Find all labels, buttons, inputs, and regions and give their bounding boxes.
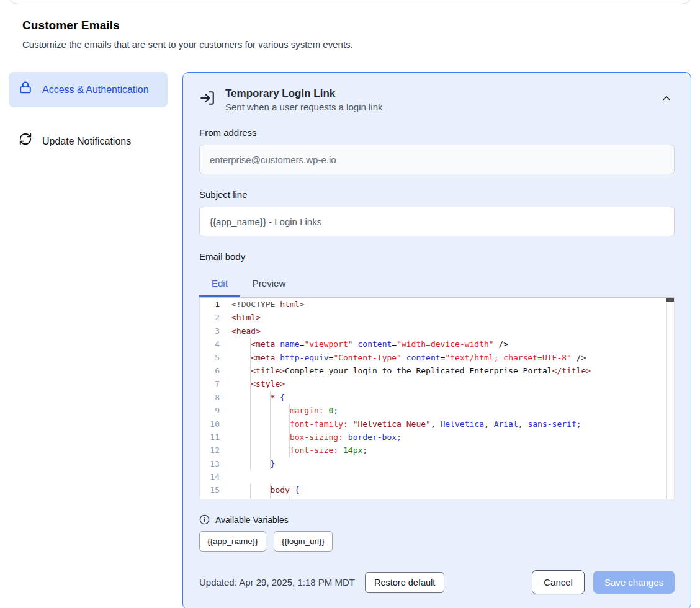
available-variables-header: Available Variables	[199, 514, 675, 525]
collapse-button[interactable]	[658, 90, 675, 108]
card-title: Temporary Login Link	[225, 87, 648, 100]
email-body-tabs: Edit Preview	[199, 272, 675, 297]
sidebar: Access & Authentication Update Notificat…	[9, 72, 168, 159]
card-footer: Updated: Apr 29, 2025, 1:18 PM MDT Resto…	[199, 570, 675, 594]
login-icon	[199, 90, 215, 109]
tab-preview[interactable]: Preview	[240, 272, 298, 297]
variable-chip-login-url[interactable]: {{login_url}}	[274, 531, 333, 552]
info-icon	[199, 514, 210, 525]
restore-default-button[interactable]: Restore default	[365, 572, 444, 593]
code-line: 7<style>	[200, 377, 674, 390]
variable-chips: {{app_name}} {{login_url}}	[199, 531, 675, 552]
refresh-icon	[19, 132, 32, 150]
code-line: 15body {	[200, 483, 674, 496]
code-line: 5<meta http-equiv="Content-Type" content…	[200, 351, 674, 364]
page-title: Customer Emails	[22, 19, 678, 32]
sidebar-item-label: Update Notifications	[42, 134, 131, 149]
subject-line-label: Subject line	[199, 189, 675, 200]
customer-emails-page: Customer Emails Customize the emails tha…	[0, 0, 700, 608]
sidebar-item-update-notifications[interactable]: Update Notifications	[9, 123, 168, 159]
code-line: 14	[200, 470, 674, 483]
code-line: 6<title>Complete your login to the Repli…	[200, 364, 674, 377]
code-line: 2<html>	[200, 311, 674, 324]
tab-edit[interactable]: Edit	[199, 272, 240, 297]
updated-timestamp: Updated: Apr 29, 2025, 1:18 PM MDT	[199, 577, 355, 588]
previous-card-edge	[9, 0, 691, 4]
code-line: 16background-color: #f9f9f9;	[200, 497, 674, 499]
code-line: 13}	[200, 457, 674, 470]
variable-chip-app-name[interactable]: {{app_name}}	[199, 531, 266, 552]
cancel-button[interactable]: Cancel	[532, 570, 585, 594]
available-variables-label: Available Variables	[215, 515, 289, 525]
save-changes-button[interactable]: Save changes	[593, 571, 675, 594]
page-header: Customer Emails Customize the emails tha…	[0, 0, 700, 50]
sidebar-item-label: Access & Authentication	[42, 83, 149, 97]
lock-icon	[19, 81, 32, 99]
from-address-label: From address	[199, 127, 675, 138]
code-line: 12font-size: 14px;	[200, 444, 674, 457]
code-line: 11box-sizing: border-box;	[200, 431, 674, 444]
editor-scrollbar-track[interactable]	[666, 298, 674, 499]
page-subtitle: Customize the emails that are sent to yo…	[22, 39, 678, 50]
code-editor[interactable]: 1<!DOCTYPE html>2<html>3<head>4<meta nam…	[199, 297, 675, 499]
code-line: 3<head>	[200, 324, 674, 338]
code-line: 1<!DOCTYPE html>	[200, 298, 674, 311]
code-lines: 1<!DOCTYPE html>2<html>3<head>4<meta nam…	[200, 298, 674, 499]
code-line: 8* {	[200, 391, 674, 404]
code-line: 10font-family: "Helvetica Neue", Helveti…	[200, 418, 674, 431]
email-body-label: Email body	[199, 251, 675, 262]
editor-scrollbar-thumb[interactable]	[666, 298, 674, 302]
sidebar-item-access-authentication[interactable]: Access & Authentication	[9, 72, 168, 107]
chevron-up-icon	[661, 96, 672, 105]
card-header: Temporary Login Link Sent when a user re…	[199, 87, 675, 112]
temporary-login-link-card: Temporary Login Link Sent when a user re…	[182, 72, 691, 608]
card-subtitle: Sent when a user requests a login link	[225, 102, 648, 112]
subject-line-input[interactable]	[199, 207, 675, 236]
from-address-input[interactable]	[199, 145, 675, 174]
code-line: 9margin: 0;	[200, 404, 674, 417]
code-line: 4<meta name="viewport" content="width=de…	[200, 338, 674, 351]
